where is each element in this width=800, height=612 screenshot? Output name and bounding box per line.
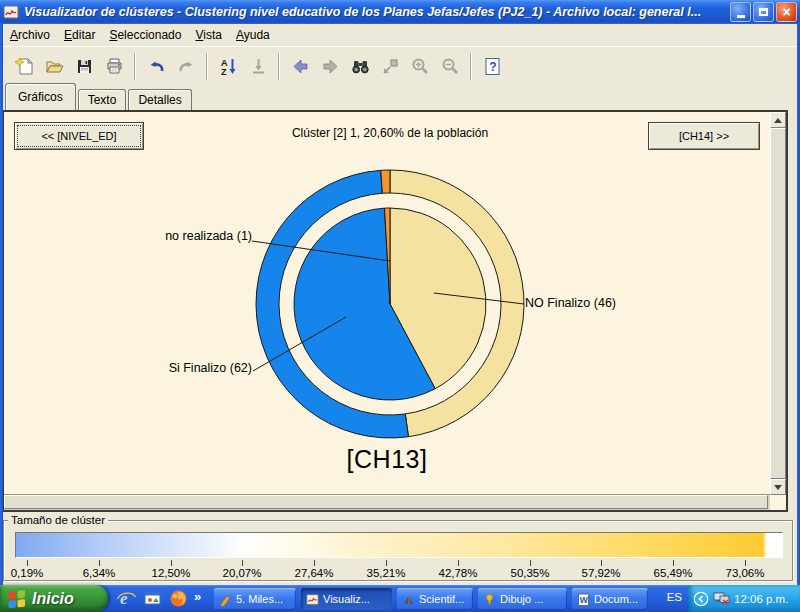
tab-texto[interactable]: Texto [78,89,127,110]
redo-icon [176,56,197,77]
svg-text:e: e [120,589,128,608]
redo-button[interactable] [172,52,200,80]
back-button[interactable] [286,52,314,80]
scale-tick-label: 20,07% [206,567,278,579]
forward-arrow-icon [320,56,341,77]
start-label: Inicio [32,590,74,608]
horizontal-scrollbar[interactable] [4,494,770,510]
cluster-size-label: Tamaño de clúster [8,514,108,526]
zoom-in-button[interactable] [406,52,434,80]
scale-tick-label: 6,34% [63,567,135,579]
start-button[interactable]: Inicio [0,585,108,612]
save-button[interactable] [70,52,98,80]
menu-ayuda[interactable]: Ayuda [229,26,277,44]
tab-graficos[interactable]: Gráficos [5,83,76,110]
internet-explorer-icon[interactable]: e [116,588,137,609]
scale-tick [27,560,28,566]
sort-az-button[interactable]: AZ [214,52,242,80]
chart-caption: [CH13] [4,445,770,474]
slice-label-no-finalizo: NO Finalizo (46) [525,296,616,310]
taskbar-button-scientific[interactable]: Scientif... [397,588,473,610]
cluster-size-gradient-bar [15,532,783,558]
slice-label-si-finalizo: Si Finalizo (62) [140,361,252,375]
scale-tick-label: 42,78% [422,567,494,579]
help-button[interactable]: ? [478,52,506,80]
menu-bar: Archivo Editar Seleccionado Vista Ayuda [3,24,797,46]
scale-tick [601,560,602,566]
close-button[interactable]: × [776,2,797,22]
triangle-up-icon [774,118,782,123]
cluster-app-icon [306,593,319,606]
scale-tick-label: 50,35% [494,567,566,579]
taskbar-button-documento[interactable]: W Docum... [572,588,648,610]
find-button[interactable] [346,52,374,80]
next-attribute-button[interactable]: [CH14] >> [648,122,760,150]
draw-app-icon [483,593,496,606]
merge-down-icon [248,56,269,77]
toolbar-separator [278,53,280,80]
vertical-scrollbar[interactable] [770,112,786,495]
actual-size-button[interactable] [376,52,404,80]
scroll-down-button[interactable] [770,479,786,495]
menu-editar[interactable]: Editar [57,26,102,44]
scale-tick [171,560,172,566]
title-bar: Visualizador de clústeres - Clustering n… [0,0,800,24]
scale-tick [530,560,531,566]
maximize-icon [759,8,768,16]
svg-text:W: W [580,595,589,605]
hide-inactive-icons-button[interactable] [693,591,709,607]
svg-text:?: ? [489,60,496,74]
svg-text:Z: Z [221,66,227,76]
minimize-button[interactable] [730,2,751,22]
menu-seleccionado[interactable]: Seleccionado [102,26,188,44]
scale-tick [458,560,459,566]
prev-attribute-button[interactable]: << [NIVEL_ED] [14,122,144,150]
merge-down-button[interactable] [244,52,272,80]
windows-flag-icon [7,588,27,610]
tab-detalles[interactable]: Detalles [128,89,191,110]
undo-button[interactable] [142,52,170,80]
language-indicator[interactable]: ES [667,591,682,603]
toolbar-separator [470,53,472,80]
vertical-scroll-thumb[interactable] [770,128,786,479]
close-icon: × [782,5,790,19]
menu-archivo[interactable]: Archivo [3,26,57,44]
maximize-button[interactable] [753,2,774,22]
scale-tick-label: 12,50% [135,567,207,579]
app-window-icon[interactable] [142,588,163,609]
app-icon [3,4,19,20]
scroll-up-button[interactable] [770,112,786,128]
application-window: Visualizador de clústeres - Clustering n… [0,0,800,612]
print-icon [104,56,125,77]
triangle-down-icon [774,485,782,490]
taskbar-button-dibujo[interactable]: Dibujo ... [478,588,567,610]
menu-vista[interactable]: Vista [188,26,228,44]
toolbar-separator [134,53,136,80]
window-title: Visualizador de clústeres - Clustering n… [24,5,728,19]
taskbar-button-visualizador[interactable]: Visualiz... [301,588,392,610]
open-file-button[interactable] [40,52,68,80]
save-icon [74,56,95,77]
new-document-button[interactable] [10,52,38,80]
firefox-icon[interactable] [168,588,189,609]
taskbar: Inicio e » 5. Miles... Visualiz... Scien… [0,585,800,612]
scale-tick [745,560,746,566]
taskbar-button-miles[interactable]: 5. Miles... [214,588,296,610]
scale-tick [673,560,674,566]
help-icon: ? [482,56,503,77]
forward-button[interactable] [316,52,344,80]
scale-tick-label: 35,21% [350,567,422,579]
zoom-out-icon [440,56,461,77]
toolbar: AZ ? [3,46,797,85]
scale-tick-label: 65,49% [637,567,709,579]
actual-size-icon [380,56,401,77]
zoom-out-button[interactable] [436,52,464,80]
scale-tick [314,560,315,566]
print-button[interactable] [100,52,128,80]
chart-panel: << [NIVEL_ED] Clúster [2] 1, 20,60% de l… [2,110,788,512]
minimize-icon [737,15,745,18]
quick-launch-overflow-chevron[interactable]: » [194,589,201,604]
horizontal-scroll-thumb[interactable] [4,495,768,509]
back-arrow-icon [290,56,311,77]
network-disconnected-icon[interactable] [713,591,730,606]
